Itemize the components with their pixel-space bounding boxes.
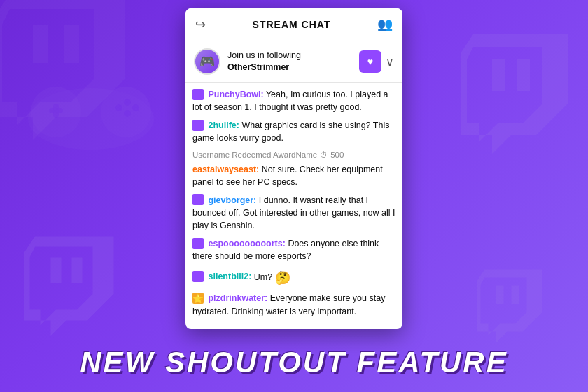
svg-point-7	[132, 104, 139, 111]
shoutout-expand-button[interactable]: ∨	[386, 55, 394, 69]
bottom-title: NEW SHOUTOUT FEATURE	[0, 346, 588, 379]
shoutout-banner: 🎮 Join us in following OtherStrimmer ♥ ∨	[186, 41, 402, 83]
follow-heart-button[interactable]: ♥	[359, 50, 382, 73]
message-row: ⭐ plzdrinkwater: Everyone make sure you …	[192, 292, 396, 317]
username: espooooooooorts:	[208, 239, 285, 248]
redemption-row: Username Redeemed AwardName ⏱ 500	[192, 150, 396, 159]
redemption-text: Username Redeemed AwardName	[192, 150, 317, 159]
username: silentbill2:	[208, 272, 251, 282]
badge-icon	[192, 194, 204, 205]
svg-point-8	[124, 99, 131, 106]
badge-icon	[192, 271, 204, 282]
emoji: 🤔	[275, 270, 290, 284]
message-row: silentbill2: Um? 🤔	[192, 268, 396, 286]
message-text: Um? 🤔	[254, 272, 290, 282]
twitch-logo-bottomleft	[14, 231, 119, 336]
user-management-icon[interactable]: 👥	[377, 17, 393, 32]
shoutout-avatar: 🎮	[194, 48, 220, 75]
badge-icon	[192, 89, 204, 100]
twitch-logo-topright	[448, 28, 574, 154]
shoutout-actions: ♥ ∨	[359, 50, 394, 73]
shoutout-text: Join us in following OtherStrimmer	[227, 50, 352, 74]
username: gievborger:	[208, 195, 256, 205]
chat-header: ↪ STREAM CHAT 👥	[186, 8, 402, 41]
message-row: eastalwayseast: Not sure. Check her equi…	[192, 163, 396, 188]
badge-icon	[192, 238, 204, 249]
messages-area[interactable]: PunchyBowl: Yeah, Im curious too. I play…	[186, 83, 402, 329]
svg-rect-4	[53, 104, 59, 118]
twitch-logo-bottomright	[469, 266, 546, 343]
username: PunchyBowl:	[208, 90, 263, 99]
gamepad-icon	[21, 56, 161, 154]
clock-icon: ⏱	[320, 150, 328, 159]
username: plzdrinkwater:	[208, 293, 267, 303]
message-row: espooooooooorts: Does anyone else think …	[192, 237, 396, 262]
message-row: PunchyBowl: Yeah, Im curious too. I play…	[192, 88, 396, 113]
message-row: 2hulife: What graphics card is she using…	[192, 119, 396, 144]
username: eastalwayseast:	[192, 164, 259, 174]
chat-title: STREAM CHAT	[253, 19, 331, 30]
redemption-points: 500	[330, 150, 344, 159]
svg-point-6	[124, 110, 131, 117]
back-icon[interactable]: ↪	[195, 17, 206, 32]
chat-panel: ↪ STREAM CHAT 👥 🎮 Join us in following O…	[186, 8, 402, 329]
badge-icon	[192, 120, 204, 131]
message-row: gievborger: I dunno. It wasnt really tha…	[192, 194, 396, 232]
username: 2hulife:	[208, 120, 239, 130]
badge-icon-gold: ⭐	[192, 293, 204, 304]
svg-point-5	[115, 104, 122, 111]
